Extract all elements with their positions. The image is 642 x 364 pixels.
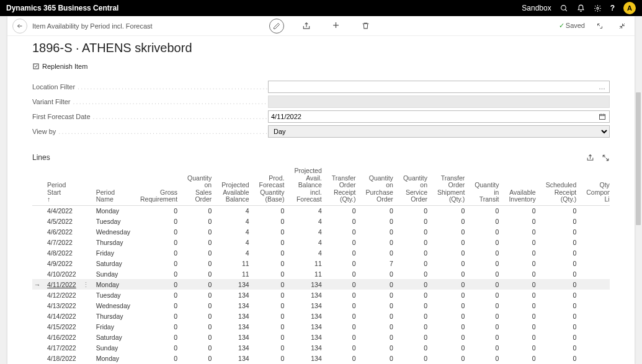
svg-line-1: [565, 9, 567, 11]
variant-filter-label: Variant Filter: [32, 98, 268, 105]
table-row[interactable]: 4/15/2022Friday00134013400000000: [32, 321, 610, 332]
calendar-icon[interactable]: [595, 113, 609, 120]
table-row[interactable]: 4/17/2022Sunday00134013400000000: [32, 342, 610, 353]
table-row[interactable]: 4/8/2022Friday0040400000000: [32, 247, 610, 258]
viewby-select[interactable]: Day: [268, 125, 610, 138]
svg-rect-4: [600, 115, 605, 120]
lines-share-icon[interactable]: [586, 154, 594, 162]
col-gross-req[interactable]: Gross Requirement: [135, 166, 182, 205]
col-sched-rcpt[interactable]: Scheduled Receipt (Qty.): [541, 166, 582, 205]
bell-icon[interactable]: [577, 4, 585, 12]
table-row[interactable]: 4/13/2022Wednesday00134013400000000: [32, 300, 610, 311]
avatar[interactable]: A: [623, 2, 636, 14]
table-row[interactable]: 4/6/2022Wednesday0040400000000: [32, 226, 610, 237]
page-toolbar: Item Availability by Period incl. Foreca…: [7, 16, 635, 36]
location-filter-label: Location Filter: [32, 83, 268, 91]
col-avail-inv[interactable]: Available Inventory: [504, 166, 540, 205]
svg-point-2: [597, 7, 599, 9]
lines-title: Lines: [32, 153, 586, 162]
firstdate-label: First Forecast Date: [32, 113, 268, 120]
col-qty-transit[interactable]: Quantity in Transit: [470, 166, 504, 205]
location-filter-input[interactable]: …: [268, 81, 610, 93]
table-row[interactable]: 4/5/2022Tuesday0040400000000: [32, 216, 610, 226]
table-row[interactable]: 4/16/2022Saturday00134013400000000: [32, 332, 610, 342]
page-card: Item Availability by Period incl. Foreca…: [7, 16, 635, 364]
col-qty-svo[interactable]: Quantity on Service Order: [398, 166, 432, 205]
back-button[interactable]: [12, 19, 27, 33]
collapse-icon[interactable]: [615, 19, 630, 33]
table-row[interactable]: →4/11/2022⋮Monday00134013400000000: [32, 279, 610, 290]
delete-icon[interactable]: [359, 19, 373, 33]
variant-filter-input: [268, 95, 610, 108]
share-icon[interactable]: [299, 19, 314, 33]
page-title: 1896-S · ATHENS skrivebord: [32, 41, 610, 55]
firstdate-input[interactable]: [268, 110, 610, 123]
col-proj-avail-fc[interactable]: Projected Avail. Balance incl. Forecast: [289, 166, 326, 205]
col-qty-po[interactable]: Quantity on Purchase Order: [361, 166, 398, 205]
table-row[interactable]: 4/10/2022Sunday001101100000000: [32, 269, 610, 279]
breadcrumb: Item Availability by Period incl. Foreca…: [32, 22, 153, 30]
vertical-scrollbar[interactable]: [636, 92, 641, 224]
env-badge[interactable]: Sandbox: [522, 4, 551, 12]
product-title: Dynamics 365 Business Central: [6, 4, 118, 12]
col-period-name[interactable]: Period Name: [91, 166, 135, 205]
table-row[interactable]: 4/9/2022Saturday001101107000000: [32, 258, 610, 269]
new-icon[interactable]: +: [329, 19, 344, 33]
filters-section: Location Filter … Variant Filter First F…: [32, 76, 610, 146]
popout-icon[interactable]: [592, 19, 607, 33]
table-row[interactable]: 4/4/2022Monday0040400000000: [32, 205, 610, 216]
search-icon[interactable]: [560, 4, 568, 12]
replenish-label: Replenish Item: [42, 63, 87, 70]
col-comp-lines[interactable]: Qty. on Component Lines: [581, 166, 610, 205]
app-header: Dynamics 365 Business Central Sandbox ? …: [0, 0, 642, 16]
viewby-label: View by: [32, 128, 268, 135]
gear-icon[interactable]: [594, 4, 602, 12]
lines-section: Lines Period Star: [32, 151, 610, 364]
help-icon[interactable]: ?: [610, 4, 615, 12]
table-row[interactable]: 4/12/2022Tuesday00134013400000000: [32, 290, 610, 300]
lines-table: Period Start↑ Period Name Gross Requirem…: [32, 166, 610, 364]
table-row[interactable]: 4/14/2022Thursday00134013400000000: [32, 311, 610, 321]
table-row[interactable]: 4/18/2022Monday00134013400000000: [32, 353, 610, 363]
edit-icon[interactable]: [269, 19, 284, 33]
col-to-receipt[interactable]: Transfer Order Receipt (Qty.): [327, 166, 361, 205]
col-qty-sales[interactable]: Quantity on Sales Order: [182, 166, 216, 205]
replenish-action[interactable]: Replenish Item: [32, 63, 610, 70]
saved-status: ✓Saved: [559, 22, 585, 30]
col-prod-forecast[interactable]: Prod. Forecast Quantity (Base): [254, 166, 290, 205]
svg-point-0: [561, 5, 566, 10]
col-proj-avail[interactable]: Projected Available Balance: [216, 166, 254, 205]
col-to-ship[interactable]: Transfer Order Shipment (Qty.): [432, 166, 470, 205]
lines-expand-icon[interactable]: [602, 154, 610, 162]
col-period-start[interactable]: Period Start: [47, 181, 66, 196]
ellipsis-icon[interactable]: …: [595, 83, 609, 91]
table-row[interactable]: 4/7/2022Thursday0040400000000: [32, 237, 610, 247]
